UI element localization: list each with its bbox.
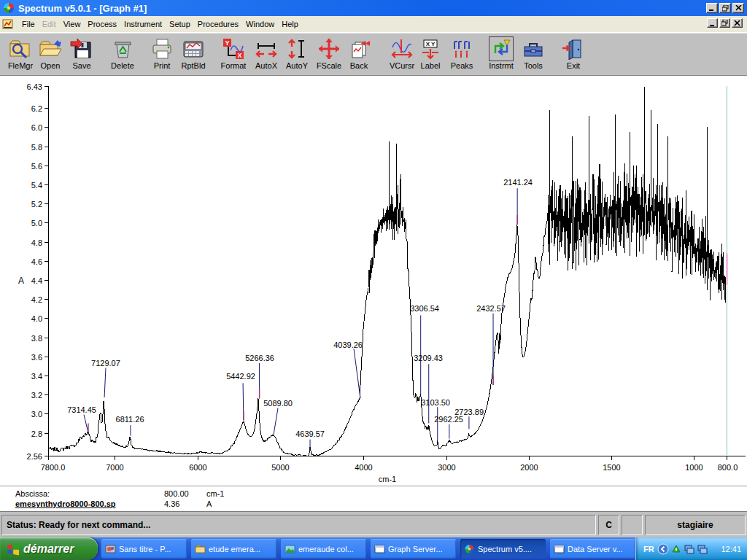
svg-text:7000: 7000: [106, 463, 123, 472]
svg-text:5.0: 5.0: [31, 219, 42, 228]
toolbar-instrmt-button[interactable]: Instrmt: [484, 36, 519, 74]
svg-text:6.43: 6.43: [27, 82, 42, 91]
minimize-button[interactable]: [706, 3, 718, 13]
status-text: Status: Ready for next command...: [7, 520, 150, 530]
menu-setup[interactable]: Setup: [166, 17, 194, 31]
taskbar-task-1[interactable]: Sans titre - P...: [101, 539, 187, 559]
language-bar-chevron-icon[interactable]: [657, 543, 669, 555]
svg-text:4.4: 4.4: [31, 276, 42, 285]
toolbar-back-button[interactable]: Back: [341, 36, 376, 74]
language-indicator[interactable]: FR: [643, 545, 654, 553]
svg-text:6.2: 6.2: [31, 104, 42, 113]
abscissa-value: 800.00: [164, 489, 189, 498]
toolbar-label: RptBld: [176, 61, 211, 70]
abscissa-label: Abscissa:: [15, 489, 50, 498]
svg-text:5.2: 5.2: [31, 200, 42, 209]
spectrum-chart[interactable]: 6.436.26.05.85.65.45.25.04.84.64.44.24.0…: [0, 76, 747, 486]
report-builder-icon: [182, 37, 205, 61]
mdi-minimize-button[interactable]: [707, 18, 718, 28]
toolbar-print-button[interactable]: Print: [144, 36, 179, 74]
image-task-icon: [285, 544, 295, 554]
network2-icon[interactable]: [697, 543, 708, 555]
toolbar-label-button[interactable]: X YLabel: [413, 36, 448, 74]
svg-text:3.6: 3.6: [31, 353, 42, 362]
toolbar-autoy-button[interactable]: AutoY: [279, 36, 314, 74]
svg-text:3.4: 3.4: [31, 372, 42, 381]
spectrum-task-icon: [464, 544, 475, 554]
peak-label: 3209.43: [414, 354, 443, 362]
toolbar-open-button[interactable]: Open: [33, 36, 68, 74]
close-button[interactable]: [732, 3, 744, 13]
app-icon: [3, 2, 15, 14]
task-label: etude emera...: [209, 545, 260, 553]
svg-text:X: X: [237, 52, 241, 59]
peak-label: 2141.24: [503, 178, 533, 187]
title-bar: Spectrum v5.0.1 - [Graph #1]: [0, 0, 747, 16]
utility-tray-icon[interactable]: [670, 543, 682, 555]
svg-text:2.56: 2.56: [27, 452, 42, 461]
taskbar-task-5[interactable]: Spectrum v5....: [460, 539, 546, 559]
toolbar-label: Tools: [516, 61, 551, 70]
peak-label: 4039.26: [333, 341, 363, 349]
toolbar-tools-button[interactable]: Tools: [516, 36, 551, 74]
taskbar-task-3[interactable]: emeraude col...: [281, 539, 366, 559]
ordinate-value: 4.36: [164, 499, 179, 508]
taskbar-task-2[interactable]: etude emera...: [191, 539, 276, 559]
menu-help[interactable]: Help: [278, 17, 302, 31]
taskbar-task-4[interactable]: Graph Server...: [371, 539, 456, 559]
toolbar-peaks-button[interactable]: Peaks: [444, 36, 479, 74]
toolbar-delete-button[interactable]: Delete: [105, 36, 140, 74]
network-icon[interactable]: [684, 543, 695, 555]
taskbar-clock: 12:41: [721, 545, 741, 553]
svg-text:cm-1: cm-1: [379, 475, 396, 483]
mdi-restore-button[interactable]: [719, 18, 730, 28]
start-label: démarrer: [23, 542, 78, 556]
toolbar-label: Back: [341, 61, 376, 70]
peak-label: 2432.57: [476, 304, 506, 313]
restore-button[interactable]: [719, 3, 731, 13]
toolbar-autox-button[interactable]: AutoX: [249, 36, 284, 74]
peak-label: 2962.25: [434, 415, 463, 424]
taskbar-task-6[interactable]: Data Server v...: [550, 539, 635, 559]
svg-text:1500: 1500: [603, 463, 620, 472]
menu-bar: FileEditViewProcessInstrumentSetupProced…: [0, 16, 747, 33]
menu-process[interactable]: Process: [84, 17, 120, 31]
task-label: Data Server v...: [568, 545, 623, 553]
toolbar-format-button[interactable]: YXFormat: [216, 36, 251, 74]
svg-text:5.4: 5.4: [31, 181, 42, 190]
svg-text:2000: 2000: [520, 463, 538, 472]
svg-text:X Y: X Y: [426, 41, 436, 47]
peak-label: 5442.92: [226, 372, 255, 381]
menu-file[interactable]: File: [18, 17, 39, 31]
peak-label: 7129.07: [91, 359, 120, 368]
label-icon: X Y: [419, 37, 442, 61]
abscissa-unit: cm-1: [206, 489, 224, 498]
window-task-icon: [374, 544, 385, 554]
toolbar-rptbld-button[interactable]: RptBld: [176, 36, 211, 74]
svg-text:3000: 3000: [438, 463, 455, 472]
svg-text:A: A: [18, 276, 24, 286]
toolbar-exit-button[interactable]: Exit: [556, 36, 591, 74]
menu-instrument[interactable]: Instrument: [120, 17, 166, 31]
svg-text:6000: 6000: [189, 463, 206, 472]
menu-procedures[interactable]: Procedures: [194, 17, 242, 31]
spectrum-filename[interactable]: emesynthydro8000-800.sp: [15, 499, 116, 508]
mdi-close-button[interactable]: [732, 18, 743, 28]
toolbar-label: Instrmt: [484, 61, 519, 70]
file-manager-icon: [9, 37, 32, 61]
toolbar-label: AutoY: [279, 61, 314, 70]
start-button[interactable]: démarrer: [0, 537, 98, 560]
svg-text:1000: 1000: [685, 463, 703, 472]
status-user: stagiaire: [677, 520, 713, 530]
svg-text:5.6: 5.6: [31, 162, 42, 171]
print-icon: [150, 37, 174, 61]
toolbar-save-button[interactable]: Save: [64, 36, 99, 74]
menu-edit[interactable]: Edit: [39, 17, 60, 31]
svg-text:5000: 5000: [271, 463, 289, 472]
menu-view[interactable]: View: [60, 17, 85, 31]
toolbar-label: Peaks: [444, 61, 479, 70]
menu-window[interactable]: Window: [242, 17, 278, 31]
toolbar-label: Exit: [556, 61, 591, 70]
toolbar-label: Save: [64, 61, 99, 70]
save-floppy-icon: [70, 37, 93, 61]
